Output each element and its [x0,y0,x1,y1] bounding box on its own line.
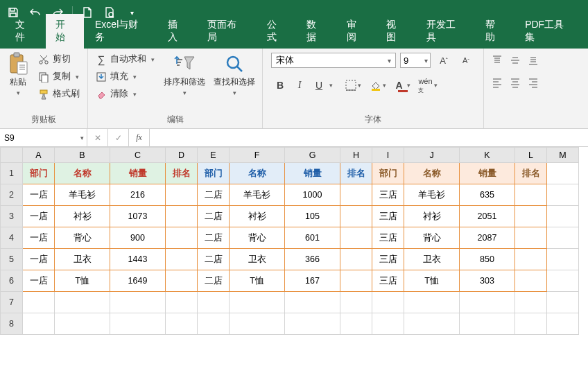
cell[interactable]: 排名 [515,163,547,184]
cell[interactable] [372,292,404,313]
cell[interactable]: 卫衣 [404,249,460,270]
col-header-L[interactable]: L [515,148,547,163]
col-header-D[interactable]: D [166,148,198,163]
cell[interactable]: 羊毛衫 [404,184,460,206]
format-painter-button[interactable]: 格式刷 [35,86,83,102]
tab-help[interactable]: 帮助 [476,14,514,49]
cell[interactable] [166,206,198,227]
cell[interactable]: 背心 [404,227,460,249]
cell[interactable]: 601 [285,227,340,249]
col-header-B[interactable]: B [55,148,110,163]
cell[interactable] [340,313,372,335]
cell[interactable]: 一店 [23,227,55,249]
cell[interactable]: 排名 [340,163,372,184]
col-header-I[interactable]: I [372,148,404,163]
cell[interactable]: 二店 [198,184,230,206]
cell[interactable] [23,313,55,335]
cell[interactable] [515,206,547,227]
fill-button[interactable]: 填充 ▾ [92,69,158,85]
tab-formulas[interactable]: 公式 [257,14,296,49]
cell[interactable]: 卫衣 [230,249,285,270]
tab-view[interactable]: 视图 [377,14,415,49]
cell[interactable]: 1000 [285,184,340,206]
cell[interactable]: 2087 [460,227,515,249]
cell[interactable]: 背心 [55,227,110,249]
align-right-icon[interactable] [524,73,542,92]
cell[interactable]: 一店 [23,249,55,270]
tab-pdf-tools[interactable]: PDF工具集 [515,14,582,49]
font-name-select[interactable]: 宋体 [271,53,396,68]
cell[interactable]: 衬衫 [55,206,110,227]
cell[interactable]: 部门 [198,163,230,184]
fx-icon[interactable]: fx [129,129,150,146]
tab-developer[interactable]: 开发工具 [417,14,474,49]
cell[interactable]: 背心 [230,227,285,249]
cell[interactable] [340,270,372,292]
cell[interactable] [515,249,547,270]
row-header-7[interactable]: 7 [1,292,23,313]
cell[interactable]: 二店 [198,206,230,227]
cell[interactable] [230,292,285,313]
copy-button[interactable]: 复制 ▾ [35,69,83,85]
cell[interactable]: 排名 [166,163,198,184]
cell[interactable]: 名称 [230,163,285,184]
cell[interactable] [547,184,579,206]
row-header-8[interactable]: 8 [1,313,23,335]
cell[interactable] [166,270,198,292]
paste-button[interactable]: 粘贴 ▾ [4,51,32,98]
select-all-corner[interactable] [1,148,23,163]
cell[interactable] [285,292,340,313]
cell[interactable] [460,292,515,313]
cell[interactable]: 1443 [110,249,166,270]
cell[interactable] [404,313,460,335]
sort-filter-button[interactable]: 排序和筛选 ▾ [161,51,208,98]
row-header-2[interactable]: 2 [1,184,23,206]
tab-file[interactable]: 文件 [6,14,44,49]
autosum-button[interactable]: ∑ 自动求和 ▾ [92,51,158,67]
clear-button[interactable]: 清除 ▾ [92,86,158,102]
row-header-4[interactable]: 4 [1,227,23,249]
tab-page-layout[interactable]: 页面布局 [198,14,255,49]
col-header-G[interactable]: G [285,148,340,163]
col-header-E[interactable]: E [198,148,230,163]
cell[interactable]: 三店 [372,227,404,249]
row-header-3[interactable]: 3 [1,206,23,227]
cell[interactable]: 366 [285,249,340,270]
cell[interactable] [340,206,372,227]
row-header-5[interactable]: 5 [1,249,23,270]
cell[interactable]: 105 [285,206,340,227]
cell[interactable]: 部门 [23,163,55,184]
cell[interactable] [547,206,579,227]
cell[interactable] [515,184,547,206]
align-left-icon[interactable] [488,73,506,92]
italic-button[interactable]: I [291,76,309,94]
cell[interactable] [547,249,579,270]
cell[interactable]: 一店 [23,270,55,292]
cell[interactable] [404,292,460,313]
cell[interactable]: 三店 [372,249,404,270]
cell[interactable]: 2051 [460,206,515,227]
cell[interactable] [460,313,515,335]
cell[interactable]: 303 [460,270,515,292]
cell[interactable] [23,292,55,313]
cell[interactable] [515,270,547,292]
cell[interactable] [340,292,372,313]
cell[interactable] [285,313,340,335]
cell[interactable]: 二店 [198,249,230,270]
align-top-icon[interactable] [488,51,506,69]
cell[interactable] [166,313,198,335]
cell[interactable] [515,227,547,249]
cell[interactable] [340,227,372,249]
cell[interactable]: T恤 [55,270,110,292]
cell[interactable] [547,292,579,313]
underline-button[interactable]: U [310,76,328,94]
align-middle-icon[interactable] [506,51,524,69]
cell[interactable]: 名称 [404,163,460,184]
cell[interactable] [110,292,166,313]
cell[interactable]: 一店 [23,206,55,227]
cell[interactable] [166,249,198,270]
col-header-F[interactable]: F [230,148,285,163]
cell[interactable]: 216 [110,184,166,206]
decrease-font-icon[interactable]: Aˇ [457,51,475,69]
tab-insert[interactable]: 插入 [158,14,197,49]
